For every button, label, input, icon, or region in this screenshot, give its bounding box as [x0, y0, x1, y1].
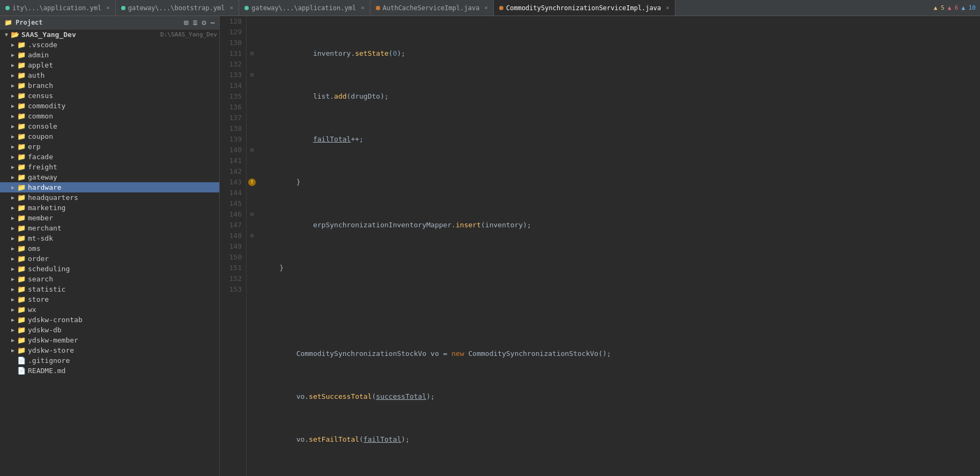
settings-icon[interactable]: ⚙ — [202, 18, 206, 27]
folder-icon-statistic: 📁 — [17, 285, 26, 293]
folder-icon-freight: 📁 — [17, 163, 26, 171]
sidebar-item-order[interactable]: ▶ 📁 order — [0, 254, 219, 264]
sidebar-item-readme[interactable]: ▶ 📄 README.md — [0, 366, 219, 376]
sidebar-item-store[interactable]: ▶ 📁 store — [0, 294, 219, 304]
sidebar-item-wx[interactable]: ▶ 📁 wx — [0, 304, 219, 315]
gutter-146[interactable]: ⊞ — [247, 209, 257, 220]
tab-bootstrap-yml[interactable]: gateway\...\bootstrap.yml × — [116, 0, 239, 16]
code-line-131: } — [263, 177, 980, 188]
sort-icon[interactable]: ≡ — [193, 18, 197, 27]
gutter-139 — [247, 134, 257, 145]
root-chevron: ▼ — [2, 32, 11, 38]
tab-close-btn-5[interactable]: × — [666, 4, 670, 11]
code-line-136: vo.setSuccessTotal(successTotal); — [263, 391, 980, 402]
tab-close-btn-3[interactable]: × — [361, 4, 365, 11]
gutter-131[interactable]: ⊞ — [247, 48, 257, 59]
sidebar-item-census[interactable]: ▶ 📁 census — [0, 91, 219, 101]
sidebar-item-statistic[interactable]: ▶ 📁 statistic — [0, 284, 219, 294]
sidebar-item-ydskw-store[interactable]: ▶ 📁 ydskw-store — [0, 345, 219, 355]
root-folder-icon: 📂 — [11, 31, 19, 39]
sidebar-header: 📁 Project ⊞ ≡ ⚙ − — [0, 16, 219, 29]
chevron-erp: ▶ — [9, 144, 17, 150]
gutter-133[interactable]: ⊞ — [247, 70, 257, 80]
java-icon-4 — [376, 6, 380, 10]
sidebar-item-headquarters[interactable]: ▶ 📁 headquarters — [0, 192, 219, 203]
sidebar-item-applet[interactable]: ▶ 📁 applet — [0, 60, 219, 70]
sidebar-item-admin[interactable]: ▶ 📁 admin — [0, 50, 219, 60]
sidebar-header-icons: ⊞ ≡ ⚙ − — [184, 18, 215, 27]
chevron-freight: ▶ — [9, 164, 17, 170]
sidebar-item-ydskw-db[interactable]: ▶ 📁 ydskw-db — [0, 325, 219, 335]
item-label-ydskw-store: ydskw-store — [28, 346, 217, 354]
folder-icon-admin: 📁 — [17, 51, 26, 59]
tab-close-btn-4[interactable]: × — [484, 4, 488, 11]
item-label-facade: facade — [28, 153, 217, 161]
gutter-148[interactable]: ⊞ — [247, 230, 257, 241]
code-content[interactable]: inventory.setState(0); list.add(drugDto)… — [257, 16, 980, 476]
sidebar-root[interactable]: ▼ 📂 SAAS_Yang_Dev D:\SAAS_Yang_Dev — [0, 29, 219, 40]
tab-close-btn[interactable]: × — [106, 4, 110, 11]
code-text-129: list.add(drugDto); — [263, 91, 980, 102]
sidebar-item-coupon[interactable]: ▶ 📁 coupon — [0, 131, 219, 142]
item-label-census: census — [28, 92, 217, 100]
sidebar-item-oms[interactable]: ▶ 📁 oms — [0, 243, 219, 254]
sidebar-item-gitignore[interactable]: ▶ 📄 .gitignore — [0, 355, 219, 366]
tab-commodity-sync-service[interactable]: CommoditySynchronizationServiceImpl.java… — [494, 0, 675, 16]
tab-application-yml-1[interactable]: ity\...\application.yml × — [0, 0, 116, 16]
gutter-136 — [247, 102, 257, 113]
chevron-branch: ▶ — [9, 83, 17, 88]
tab-auth-cache-service[interactable]: AuthCacheServiceImpl.java × — [370, 0, 494, 16]
gutter-142 — [247, 166, 257, 177]
sidebar-item-erp[interactable]: ▶ 📁 erp — [0, 142, 219, 152]
sidebar-item-ydskw-member[interactable]: ▶ 📁 ydskw-member — [0, 335, 219, 345]
sidebar-item-branch[interactable]: ▶ 📁 branch — [0, 80, 219, 91]
sidebar-item-merchant[interactable]: ▶ 📁 merchant — [0, 223, 219, 233]
sidebar-item-hardware[interactable]: ▶ 📁 hardware — [0, 182, 219, 192]
tab-label-3: gateway\...\application.yml — [251, 4, 356, 12]
chevron-statistic: ▶ — [9, 286, 17, 292]
line-numbers: 128 129 130 131 132 133 134 135 136 137 … — [220, 16, 247, 476]
folder-icon-hardware: 📁 — [17, 183, 26, 191]
chevron-common: ▶ — [9, 113, 17, 119]
file-icon-readme: 📄 — [17, 367, 26, 375]
chevron-order: ▶ — [9, 256, 17, 262]
sidebar-item-member[interactable]: ▶ 📁 member — [0, 213, 219, 223]
sidebar-item-gateway[interactable]: ▶ 📁 gateway — [0, 172, 219, 182]
code-line-128: inventory.setState(0); — [263, 48, 980, 59]
sidebar-item-mt-sdk[interactable]: ▶ 📁 mt-sdk — [0, 233, 219, 243]
tab-gateway-application-yml[interactable]: gateway\...\application.yml × — [239, 0, 370, 16]
sidebar-item-console[interactable]: ▶ 📁 console — [0, 121, 219, 131]
folder-icon-branch: 📁 — [17, 81, 26, 90]
sidebar-item-vscode[interactable]: ▶ 📁 .vscode — [0, 40, 219, 50]
collapse-all-icon[interactable]: ⊞ — [184, 18, 188, 27]
folder-icon-store: 📁 — [17, 295, 26, 303]
chevron-store: ▶ — [9, 296, 17, 302]
tab-label-5: CommoditySynchronizationServiceImpl.java — [506, 4, 661, 12]
chevron-commodity: ▶ — [9, 103, 17, 109]
item-label-ydskw-crontab: ydskw-crontab — [28, 316, 217, 324]
sidebar-item-facade[interactable]: ▶ 📁 facade — [0, 152, 219, 162]
minimize-icon[interactable]: − — [211, 18, 215, 27]
item-label-erp: erp — [28, 143, 217, 151]
item-label-member: member — [28, 214, 217, 222]
tab-bar: ity\...\application.yml × gateway\...\bo… — [0, 0, 980, 16]
tab-close-btn-2[interactable]: × — [229, 4, 233, 11]
sidebar-item-ydskw-crontab[interactable]: ▶ 📁 ydskw-crontab — [0, 315, 219, 325]
chevron-applet: ▶ — [9, 62, 17, 68]
editor-area[interactable]: 128 129 130 131 132 133 134 135 136 137 … — [220, 16, 980, 476]
chevron-oms: ▶ — [9, 246, 17, 251]
sidebar-item-search[interactable]: ▶ 📁 search — [0, 274, 219, 284]
sidebar-item-marketing[interactable]: ▶ 📁 marketing — [0, 203, 219, 213]
gutter-152 — [247, 273, 257, 284]
sidebar-item-commodity[interactable]: ▶ 📁 commodity — [0, 101, 219, 111]
sidebar-item-scheduling[interactable]: ▶ 📁 scheduling — [0, 264, 219, 274]
code-line-130: failTotal++; — [263, 134, 980, 145]
code-text-131: } — [263, 177, 980, 188]
sidebar-item-common[interactable]: ▶ 📁 common — [0, 111, 219, 121]
sidebar-item-auth[interactable]: ▶ 📁 auth — [0, 70, 219, 80]
sidebar-item-freight[interactable]: ▶ 📁 freight — [0, 162, 219, 172]
info-badge: ▲ 10 — [962, 4, 976, 11]
item-label-auth: auth — [28, 71, 217, 79]
error-badge: ▲ 6 — [948, 4, 959, 11]
gutter-140[interactable]: ⊞ — [247, 145, 257, 155]
